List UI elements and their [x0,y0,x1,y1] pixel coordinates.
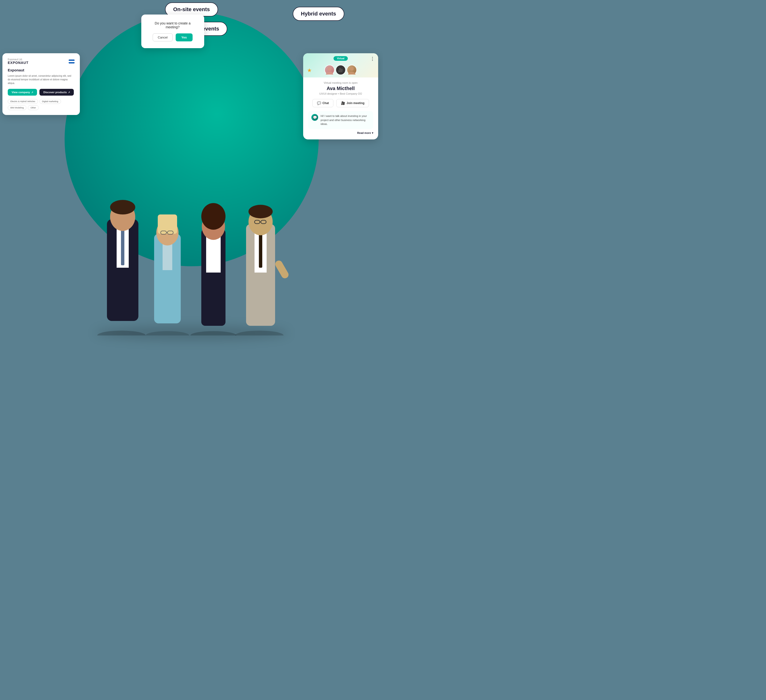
company-org-label: Exponaut Ltd. [8,58,28,61]
tag-electric: Electric & Hybrid Vehicles [8,99,38,104]
tag-bim: BIM Modeling [8,105,26,110]
svg-point-29 [328,67,331,71]
svg-point-30 [326,72,333,74]
company-org-info: Exponaut Ltd. EXPONAUT [8,58,28,65]
company-actions: View company ↗ Discover products ↗ [8,89,74,96]
svg-point-6 [146,331,189,336]
yes-button[interactable]: Yes [176,33,193,41]
person-role: UX/UI designer • Best Company OÜ [308,92,374,95]
company-card: Exponaut Ltd. EXPONAUT Exponaut Lorem ip… [2,53,80,115]
virtual-card-header: Virtual ⋮ ★ 🎥 [303,53,378,78]
dialog-question: Do you want to create a meeting? [149,21,196,29]
company-tags: Electric & Hybrid Vehicles Digital marke… [8,99,74,110]
person-name: Ava Micthell [308,86,374,91]
svg-point-18 [201,203,225,230]
create-meeting-dialog: Do you want to create a meeting? Cancel … [141,14,204,48]
hybrid-events-pill[interactable]: Hybrid events [293,7,345,21]
svg-point-32 [348,72,355,74]
video-icon: 🎥 [341,101,345,105]
company-description: Lorem ipsum dolor sit amet, consectetur … [8,74,74,85]
svg-point-24 [248,205,273,219]
external-link-icon-2: ↗ [68,91,70,93]
avatar-person2 [347,65,357,75]
dialog-buttons: Cancel Yes [149,33,196,41]
cancel-button[interactable]: Cancel [153,33,173,41]
discover-products-button[interactable]: Discover products ↗ [40,89,74,96]
tag-digital: Digital marketing [40,99,61,104]
meeting-open-text: Virtual meeting room is open [308,81,374,84]
svg-rect-10 [158,214,177,234]
message-preview: 💬 Hi! I want to talk about investing in … [308,111,374,129]
svg-point-5 [110,200,135,214]
chat-button[interactable]: 💬 Chat [312,99,334,107]
virtual-badge: Virtual [334,56,348,61]
chat-icon: 💬 [317,101,321,105]
action-buttons: 💬 Chat 🎥 Join meeting [308,99,374,107]
company-name: Exponaut [8,68,74,72]
star-icon: ★ [307,67,312,74]
svg-point-14 [190,331,236,336]
company-logo: EXPONAUT [8,61,28,65]
svg-rect-28 [274,259,290,280]
tag-other: Other [28,105,39,110]
avatar-video-icon: 🎥 [336,65,346,75]
read-more-button[interactable]: Read more ▾ [308,131,374,135]
chevron-down-icon: ▾ [372,131,374,135]
company-card-header: Exponaut Ltd. EXPONAUT [8,58,74,65]
virtual-meeting-card: Virtual ⋮ ★ 🎥 Virtual meeting room is op… [303,53,378,139]
people-illustration [83,171,301,336]
people-photo-area [83,171,301,336]
avatar-group: 🎥 [324,65,357,75]
message-text: Hi! I want to talk about investing in yo… [321,114,370,126]
avatar-person1 [324,65,335,75]
svg-point-0 [97,331,146,336]
join-meeting-button[interactable]: 🎥 Join meeting [336,99,369,107]
external-link-icon: ↗ [31,91,33,93]
more-menu-icon[interactable]: ⋮ [370,56,375,62]
view-company-button[interactable]: View company ↗ [8,89,37,96]
virtual-card-body: Virtual meeting room is open Ava Micthel… [303,78,378,139]
message-sender-avatar: 💬 [312,114,318,121]
svg-point-19 [235,331,283,336]
flag-icon [69,60,74,63]
svg-point-31 [350,67,354,71]
